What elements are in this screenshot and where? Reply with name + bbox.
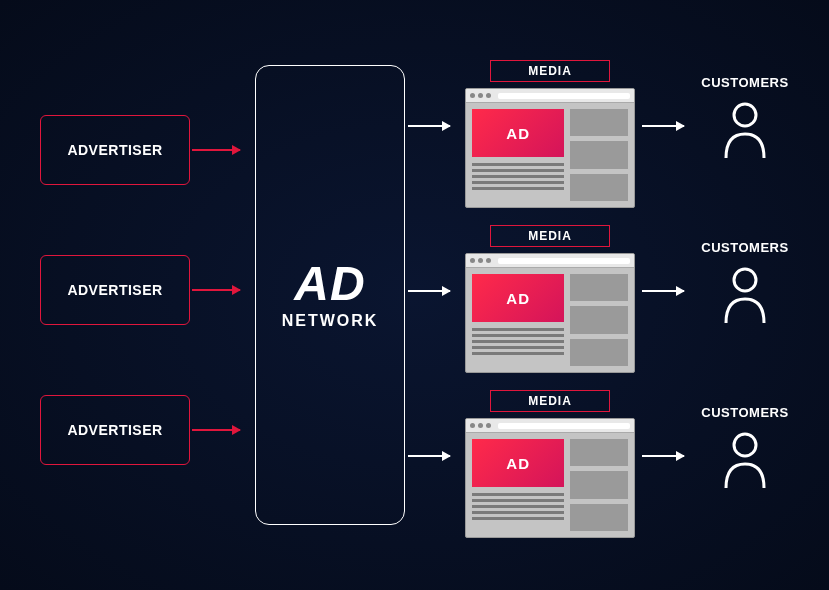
svg-point-1	[734, 269, 756, 291]
person-icon	[695, 100, 795, 164]
browser-body: AD	[466, 433, 634, 537]
url-bar	[498, 93, 630, 99]
arrow-advertiser-2	[192, 289, 240, 291]
customer-group-1: CUSTOMERS	[695, 75, 795, 164]
window-dot-icon	[470, 258, 475, 263]
sidebar-block	[570, 471, 628, 498]
arrow-customer-1	[642, 125, 684, 127]
browser-sidebar	[570, 439, 628, 531]
customer-label: CUSTOMERS	[695, 405, 795, 420]
arrow-advertiser-1	[192, 149, 240, 151]
window-dot-icon	[470, 93, 475, 98]
ad-network-box: AD NETWORK	[255, 65, 405, 525]
ad-network-title: AD	[294, 260, 365, 308]
svg-point-0	[734, 104, 756, 126]
browser-main-col: AD	[472, 439, 564, 531]
window-dot-icon	[486, 258, 491, 263]
browser-mockup: AD	[465, 88, 635, 208]
window-dot-icon	[478, 423, 483, 428]
sidebar-block	[570, 109, 628, 136]
browser-sidebar	[570, 109, 628, 201]
ad-placement: AD	[472, 439, 564, 487]
advertiser-box-2: ADVERTISER	[40, 255, 190, 325]
content-lines	[472, 326, 564, 355]
window-dot-icon	[486, 93, 491, 98]
browser-body: AD	[466, 268, 634, 372]
media-group-3: MEDIA AD	[465, 390, 635, 538]
sidebar-block	[570, 141, 628, 168]
window-dot-icon	[470, 423, 475, 428]
browser-main-col: AD	[472, 109, 564, 201]
arrow-customer-2	[642, 290, 684, 292]
url-bar	[498, 258, 630, 264]
window-dot-icon	[478, 258, 483, 263]
customer-label: CUSTOMERS	[695, 75, 795, 90]
advertiser-box-1: ADVERTISER	[40, 115, 190, 185]
advertiser-label: ADVERTISER	[67, 282, 162, 298]
customer-label: CUSTOMERS	[695, 240, 795, 255]
person-icon	[695, 265, 795, 329]
ad-placement: AD	[472, 109, 564, 157]
arrow-network-1	[408, 125, 450, 127]
advertiser-label: ADVERTISER	[67, 142, 162, 158]
sidebar-block	[570, 174, 628, 201]
url-bar	[498, 423, 630, 429]
ad-placement-label: AD	[506, 455, 530, 472]
browser-mockup: AD	[465, 418, 635, 538]
browser-body: AD	[466, 103, 634, 207]
ad-placement: AD	[472, 274, 564, 322]
sidebar-block	[570, 439, 628, 466]
customer-group-3: CUSTOMERS	[695, 405, 795, 494]
browser-chrome	[466, 254, 634, 268]
window-dot-icon	[486, 423, 491, 428]
sidebar-block	[570, 274, 628, 301]
ad-placement-label: AD	[506, 125, 530, 142]
person-icon	[695, 430, 795, 494]
browser-sidebar	[570, 274, 628, 366]
media-group-2: MEDIA AD	[465, 225, 635, 373]
ad-network-subtitle: NETWORK	[282, 312, 379, 330]
content-lines	[472, 161, 564, 190]
sidebar-block	[570, 339, 628, 366]
svg-point-2	[734, 434, 756, 456]
browser-mockup: AD	[465, 253, 635, 373]
media-label: MEDIA	[490, 225, 610, 247]
arrow-network-3	[408, 455, 450, 457]
customer-group-2: CUSTOMERS	[695, 240, 795, 329]
window-dot-icon	[478, 93, 483, 98]
advertiser-box-3: ADVERTISER	[40, 395, 190, 465]
sidebar-block	[570, 504, 628, 531]
media-label: MEDIA	[490, 60, 610, 82]
media-label: MEDIA	[490, 390, 610, 412]
sidebar-block	[570, 306, 628, 333]
content-lines	[472, 491, 564, 520]
advertiser-label: ADVERTISER	[67, 422, 162, 438]
browser-chrome	[466, 419, 634, 433]
browser-chrome	[466, 89, 634, 103]
arrow-network-2	[408, 290, 450, 292]
media-group-1: MEDIA AD	[465, 60, 635, 208]
arrow-advertiser-3	[192, 429, 240, 431]
browser-main-col: AD	[472, 274, 564, 366]
arrow-customer-3	[642, 455, 684, 457]
ad-placement-label: AD	[506, 290, 530, 307]
